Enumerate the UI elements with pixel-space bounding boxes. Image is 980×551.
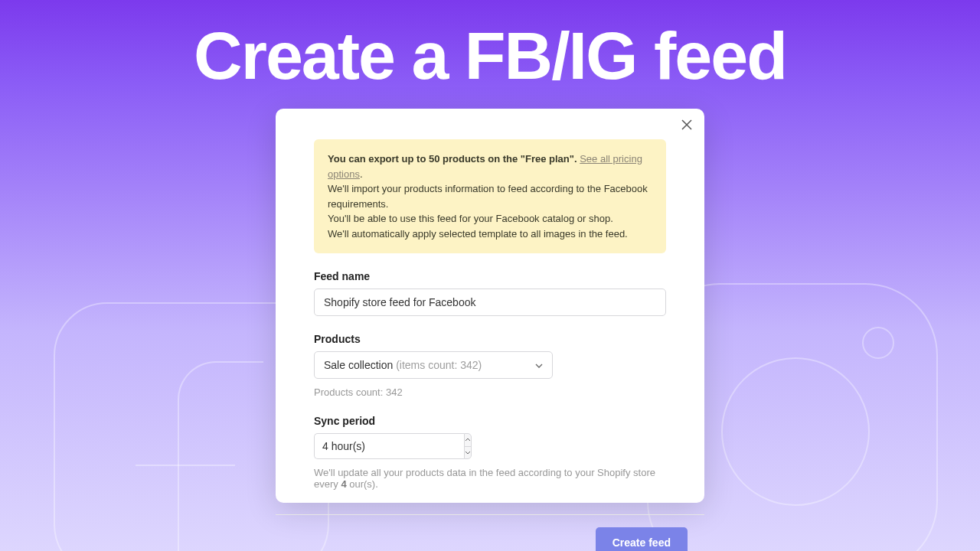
sync-step-up[interactable] [465, 434, 471, 447]
create-feed-modal: You can export up to 50 products on the … [276, 109, 704, 503]
chevron-down-icon [535, 360, 543, 370]
products-select[interactable]: Sale collection (items count: 342) [314, 351, 553, 379]
banner-line3: You'll be able to use this feed for your… [328, 211, 652, 227]
close-icon[interactable] [681, 119, 692, 132]
sync-period-input[interactable] [314, 433, 464, 459]
sync-help-text: We'll update all your products data in t… [314, 467, 666, 490]
info-banner: You can export up to 50 products on the … [314, 139, 666, 253]
products-select-value: Sale collection [324, 359, 393, 371]
banner-line4: We'll automatically apply selected templ… [328, 227, 652, 242]
sync-step-down[interactable] [465, 447, 471, 459]
feed-name-label: Feed name [314, 270, 666, 282]
feed-name-input[interactable] [314, 289, 666, 316]
products-count-text: Products count: 342 [314, 386, 666, 398]
banner-line1-strong: You can export up to 50 products on the … [328, 153, 577, 165]
banner-line2: We'll import your products information t… [328, 181, 652, 211]
create-feed-button[interactable]: Create feed [596, 527, 688, 551]
products-label: Products [314, 333, 666, 345]
sync-label: Sync period [314, 415, 666, 427]
hero-title: Create a FB/IG feed [0, 0, 980, 95]
